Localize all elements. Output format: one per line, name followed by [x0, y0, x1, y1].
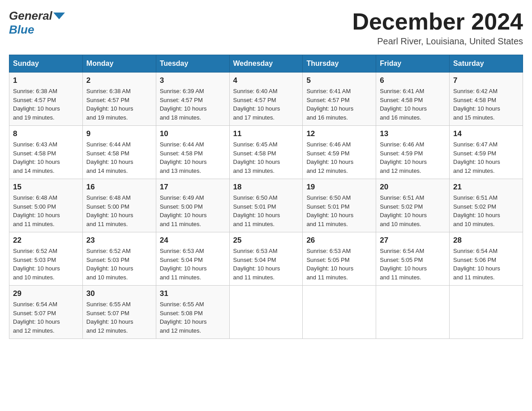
day-info: Sunrise: 6:48 AM Sunset: 5:00 PM Dayligh…	[13, 193, 79, 228]
calendar-cell: 21 Sunrise: 6:51 AM Sunset: 5:02 PM Dayl…	[450, 179, 523, 232]
day-number: 10	[160, 129, 226, 138]
day-number: 15	[13, 183, 79, 192]
calendar-cell	[303, 286, 376, 339]
calendar-cell: 25 Sunrise: 6:53 AM Sunset: 5:04 PM Dayl…	[229, 232, 303, 286]
logo: General Blue	[9, 9, 66, 37]
day-info: Sunrise: 6:45 AM Sunset: 4:58 PM Dayligh…	[233, 140, 299, 175]
day-number: 20	[380, 183, 446, 192]
day-number: 4	[233, 76, 299, 85]
day-number: 25	[233, 236, 299, 245]
day-number: 30	[86, 289, 152, 298]
day-info: Sunrise: 6:52 AM Sunset: 5:03 PM Dayligh…	[13, 247, 79, 282]
day-number: 18	[233, 183, 299, 192]
day-number: 9	[86, 129, 152, 138]
day-info: Sunrise: 6:41 AM Sunset: 4:57 PM Dayligh…	[306, 87, 372, 122]
col-tuesday: Tuesday	[156, 55, 229, 73]
day-number: 19	[306, 183, 372, 192]
month-title: December 2024	[352, 9, 523, 34]
day-info: Sunrise: 6:51 AM Sunset: 5:02 PM Dayligh…	[453, 193, 519, 228]
day-number: 28	[453, 236, 519, 245]
calendar-cell: 7 Sunrise: 6:42 AM Sunset: 4:58 PM Dayli…	[450, 73, 523, 126]
day-info: Sunrise: 6:46 AM Sunset: 4:59 PM Dayligh…	[306, 140, 372, 175]
calendar-cell: 5 Sunrise: 6:41 AM Sunset: 4:57 PM Dayli…	[303, 73, 376, 126]
header-row: Sunday Monday Tuesday Wednesday Thursday…	[9, 55, 523, 73]
col-sunday: Sunday	[9, 55, 83, 73]
day-info: Sunrise: 6:55 AM Sunset: 5:08 PM Dayligh…	[160, 300, 226, 335]
calendar-cell: 8 Sunrise: 6:43 AM Sunset: 4:58 PM Dayli…	[9, 126, 83, 179]
location-subtitle: Pearl River, Louisiana, United States	[352, 36, 523, 47]
day-info: Sunrise: 6:39 AM Sunset: 4:57 PM Dayligh…	[160, 87, 226, 122]
calendar-cell: 30 Sunrise: 6:55 AM Sunset: 5:07 PM Dayl…	[82, 286, 156, 339]
calendar-row: 22 Sunrise: 6:52 AM Sunset: 5:03 PM Dayl…	[9, 232, 523, 286]
day-number: 14	[453, 129, 519, 138]
calendar-cell: 22 Sunrise: 6:52 AM Sunset: 5:03 PM Dayl…	[9, 232, 83, 286]
day-info: Sunrise: 6:54 AM Sunset: 5:07 PM Dayligh…	[13, 300, 79, 335]
calendar-cell: 11 Sunrise: 6:45 AM Sunset: 4:58 PM Dayl…	[229, 126, 303, 179]
logo-general-text: General	[9, 9, 52, 23]
day-info: Sunrise: 6:50 AM Sunset: 5:01 PM Dayligh…	[306, 193, 372, 228]
day-info: Sunrise: 6:51 AM Sunset: 5:02 PM Dayligh…	[380, 193, 446, 228]
calendar-cell	[229, 286, 303, 339]
day-number: 8	[13, 129, 79, 138]
calendar-cell: 19 Sunrise: 6:50 AM Sunset: 5:01 PM Dayl…	[303, 179, 376, 232]
calendar-cell: 20 Sunrise: 6:51 AM Sunset: 5:02 PM Dayl…	[376, 179, 450, 232]
day-info: Sunrise: 6:48 AM Sunset: 5:00 PM Dayligh…	[86, 193, 152, 228]
calendar-table: Sunday Monday Tuesday Wednesday Thursday…	[9, 55, 523, 339]
day-info: Sunrise: 6:41 AM Sunset: 4:58 PM Dayligh…	[380, 87, 446, 122]
calendar-cell: 26 Sunrise: 6:53 AM Sunset: 5:05 PM Dayl…	[303, 232, 376, 286]
day-number: 22	[13, 236, 79, 245]
day-number: 5	[306, 76, 372, 85]
calendar-cell: 18 Sunrise: 6:50 AM Sunset: 5:01 PM Dayl…	[229, 179, 303, 232]
calendar-row: 29 Sunrise: 6:54 AM Sunset: 5:07 PM Dayl…	[9, 286, 523, 339]
day-info: Sunrise: 6:47 AM Sunset: 4:59 PM Dayligh…	[453, 140, 519, 175]
day-info: Sunrise: 6:44 AM Sunset: 4:58 PM Dayligh…	[86, 140, 152, 175]
calendar-cell	[450, 286, 523, 339]
day-info: Sunrise: 6:38 AM Sunset: 4:57 PM Dayligh…	[13, 87, 79, 122]
day-number: 27	[380, 236, 446, 245]
calendar-cell: 13 Sunrise: 6:46 AM Sunset: 4:59 PM Dayl…	[376, 126, 450, 179]
calendar-cell: 10 Sunrise: 6:44 AM Sunset: 4:58 PM Dayl…	[156, 126, 229, 179]
day-info: Sunrise: 6:42 AM Sunset: 4:58 PM Dayligh…	[453, 87, 519, 122]
calendar-cell: 12 Sunrise: 6:46 AM Sunset: 4:59 PM Dayl…	[303, 126, 376, 179]
day-info: Sunrise: 6:46 AM Sunset: 4:59 PM Dayligh…	[380, 140, 446, 175]
calendar-body: 1 Sunrise: 6:38 AM Sunset: 4:57 PM Dayli…	[9, 73, 523, 339]
day-number: 23	[86, 236, 152, 245]
calendar-row: 1 Sunrise: 6:38 AM Sunset: 4:57 PM Dayli…	[9, 73, 523, 126]
col-friday: Friday	[376, 55, 450, 73]
day-number: 11	[233, 129, 299, 138]
day-info: Sunrise: 6:55 AM Sunset: 5:07 PM Dayligh…	[86, 300, 152, 335]
calendar-cell: 23 Sunrise: 6:52 AM Sunset: 5:03 PM Dayl…	[82, 232, 156, 286]
day-info: Sunrise: 6:53 AM Sunset: 5:04 PM Dayligh…	[233, 247, 299, 282]
calendar-row: 8 Sunrise: 6:43 AM Sunset: 4:58 PM Dayli…	[9, 126, 523, 179]
day-number: 3	[160, 76, 226, 85]
day-number: 6	[380, 76, 446, 85]
calendar-cell: 15 Sunrise: 6:48 AM Sunset: 5:00 PM Dayl…	[9, 179, 83, 232]
day-info: Sunrise: 6:44 AM Sunset: 4:58 PM Dayligh…	[160, 140, 226, 175]
col-thursday: Thursday	[303, 55, 376, 73]
day-info: Sunrise: 6:40 AM Sunset: 4:57 PM Dayligh…	[233, 87, 299, 122]
calendar-cell: 6 Sunrise: 6:41 AM Sunset: 4:58 PM Dayli…	[376, 73, 450, 126]
col-monday: Monday	[82, 55, 156, 73]
day-info: Sunrise: 6:54 AM Sunset: 5:06 PM Dayligh…	[453, 247, 519, 282]
day-number: 1	[13, 76, 79, 85]
day-number: 31	[160, 289, 226, 298]
col-wednesday: Wednesday	[229, 55, 303, 73]
day-number: 21	[453, 183, 519, 192]
calendar-cell: 2 Sunrise: 6:38 AM Sunset: 4:57 PM Dayli…	[82, 73, 156, 126]
day-info: Sunrise: 6:38 AM Sunset: 4:57 PM Dayligh…	[86, 87, 152, 122]
calendar-cell: 1 Sunrise: 6:38 AM Sunset: 4:57 PM Dayli…	[9, 73, 83, 126]
page-header: General Blue December 2024 Pearl River, …	[9, 9, 523, 47]
day-info: Sunrise: 6:49 AM Sunset: 5:00 PM Dayligh…	[160, 193, 226, 228]
day-number: 7	[453, 76, 519, 85]
calendar-cell: 14 Sunrise: 6:47 AM Sunset: 4:59 PM Dayl…	[450, 126, 523, 179]
logo-blue-text: Blue	[9, 23, 34, 37]
calendar-cell: 3 Sunrise: 6:39 AM Sunset: 4:57 PM Dayli…	[156, 73, 229, 126]
day-info: Sunrise: 6:54 AM Sunset: 5:05 PM Dayligh…	[380, 247, 446, 282]
calendar-cell: 24 Sunrise: 6:53 AM Sunset: 5:04 PM Dayl…	[156, 232, 229, 286]
day-number: 12	[306, 129, 372, 138]
day-info: Sunrise: 6:43 AM Sunset: 4:58 PM Dayligh…	[13, 140, 79, 175]
day-number: 2	[86, 76, 152, 85]
calendar-cell: 31 Sunrise: 6:55 AM Sunset: 5:08 PM Dayl…	[156, 286, 229, 339]
day-info: Sunrise: 6:52 AM Sunset: 5:03 PM Dayligh…	[86, 247, 152, 282]
day-info: Sunrise: 6:53 AM Sunset: 5:05 PM Dayligh…	[306, 247, 372, 282]
